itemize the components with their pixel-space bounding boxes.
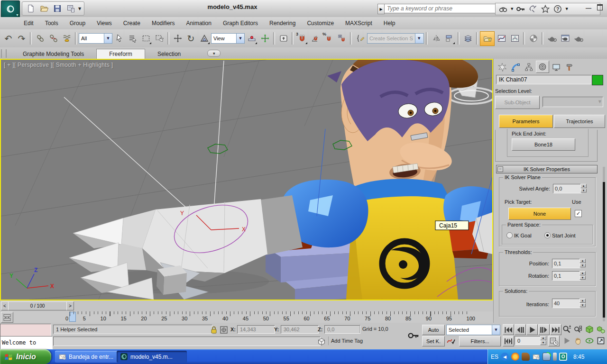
taskbar-clock[interactable]: 8:45 [573, 354, 584, 360]
rotation-spinner[interactable]: ▲▼ [579, 271, 586, 280]
time-configuration-button[interactable] [548, 336, 560, 346]
zoom-extents-icon[interactable] [584, 324, 595, 334]
go-to-end-button[interactable] [550, 324, 561, 335]
restore-button[interactable] [597, 4, 603, 12]
material-editor-button[interactable] [527, 32, 540, 45]
tray-mail-icon[interactable] [532, 353, 540, 361]
taskbar-task-outlook[interactable]: Bandeja de entr... [55, 351, 120, 363]
ik-goal-radio[interactable]: IK Goal [506, 232, 532, 238]
hierarchy-tab-icon[interactable] [523, 62, 535, 73]
zoom-all-icon[interactable] [573, 324, 583, 334]
taskbar-task-3dsmax[interactable]: modelo_v45.m... [117, 351, 187, 363]
selection-filter-dropdown[interactable]: All▼ [79, 33, 112, 44]
time-slider-handle[interactable]: 0 / 100 [8, 301, 67, 310]
motion-tab-icon[interactable] [536, 61, 549, 73]
select-and-link-button[interactable] [34, 32, 46, 45]
menu-item[interactable]: Rendering [269, 20, 295, 27]
undo-button[interactable]: ↶ [2, 32, 15, 45]
select-and-rotate-button[interactable]: ↻ [184, 32, 197, 45]
viewport-canvas[interactable]: X Y Caja15 Z Y X [1, 60, 492, 300]
mirror-button[interactable] [430, 32, 442, 45]
set-keys-key-icon[interactable] [407, 327, 420, 345]
sub-object-level-dropdown[interactable]: ▼ [543, 97, 603, 107]
selection-lock-icon[interactable] [209, 325, 219, 335]
go-to-start-button[interactable] [503, 324, 514, 335]
tray-network-icon[interactable] [543, 353, 551, 361]
rendered-frame-window-button[interactable] [559, 32, 571, 45]
bind-to-space-warp-button[interactable] [60, 32, 73, 45]
schematic-view-button[interactable] [508, 32, 521, 45]
keyboard-shortcut-override-toggle[interactable] [277, 32, 290, 45]
end-joint-button[interactable]: Bone18 [512, 138, 575, 151]
x-coord-field[interactable]: 14,343 [237, 325, 275, 334]
spinner-snap-toggle[interactable] [335, 32, 348, 45]
open-file-button[interactable] [38, 3, 50, 14]
project-folder-button[interactable] [65, 3, 76, 14]
zoom-viewport-icon[interactable] [561, 324, 572, 334]
window-crossing-toggle[interactable] [153, 32, 166, 45]
rollout-collapse-icon[interactable]: – [497, 166, 503, 172]
favorites-star-icon[interactable] [541, 4, 550, 14]
help-icon[interactable] [553, 4, 562, 14]
start-joint-radio[interactable]: Start Joint [544, 232, 576, 238]
open-mini-curve-editor-button[interactable] [1, 312, 13, 323]
application-menu-button[interactable]: ▼ [1, 0, 20, 18]
menu-item[interactable]: MAXScript [345, 20, 372, 27]
position-threshold-field[interactable]: 0,1 [552, 259, 580, 268]
ik-solver-properties-rollout[interactable]: – IK Solver Properties [496, 165, 598, 173]
perspective-viewport[interactable]: X Y Caja15 Z Y X [0, 59, 493, 300]
key-filters-curve-icon[interactable] [446, 336, 456, 346]
time-tag-page-icon[interactable] [317, 337, 326, 346]
previous-frame-button[interactable] [515, 324, 526, 335]
new-scene-button[interactable] [25, 3, 37, 14]
snap-toggle-3d[interactable]: 3 [295, 32, 308, 45]
ribbon-tab-graphite[interactable]: Graphite Modeling Tools [10, 49, 96, 59]
select-object-button[interactable] [113, 32, 126, 45]
pan-hand-icon[interactable] [573, 336, 583, 346]
maxscript-mini-listener-macro[interactable] [0, 324, 51, 337]
curve-editor-button[interactable] [495, 32, 508, 45]
zoom-extents-all-icon[interactable] [596, 324, 606, 334]
align-button[interactable] [443, 32, 456, 45]
layer-manager-button[interactable] [461, 32, 474, 45]
absolute-relative-coords-icon[interactable] [219, 325, 229, 335]
modify-tab-icon[interactable] [509, 62, 522, 73]
swivel-angle-field[interactable]: 0,0 [553, 184, 581, 193]
key-mode-toggle[interactable] [503, 336, 514, 346]
trajectories-tab-button[interactable]: Trajectories [554, 115, 605, 128]
panel-scrollbar-thumb[interactable] [603, 182, 605, 318]
object-color-swatch[interactable] [592, 75, 603, 85]
menu-item[interactable]: Modifiers [152, 20, 175, 27]
qat-dropdown-icon[interactable]: ▼ [78, 7, 81, 11]
render-setup-button[interactable] [545, 32, 558, 45]
fov-icon[interactable] [561, 336, 572, 346]
previous-frame-arrow[interactable]: < [1, 301, 9, 310]
use-target-checkbox[interactable]: ✓ [575, 210, 582, 217]
rectangular-selection-region-button[interactable] [139, 32, 152, 45]
swivel-angle-spinner[interactable]: ▲▼ [580, 184, 587, 192]
select-and-move-button[interactable] [171, 32, 184, 45]
menu-item[interactable]: Views [97, 20, 112, 27]
rotation-threshold-field[interactable]: 0,1 [552, 271, 580, 281]
unlink-selection-button[interactable] [47, 32, 60, 45]
reference-coordinate-system-dropdown[interactable]: View▼ [211, 33, 245, 44]
pick-target-none-button[interactable]: None [508, 208, 571, 220]
select-by-name-button[interactable] [126, 32, 139, 45]
object-name-field[interactable]: IK Chain07 [496, 75, 591, 84]
communication-center-icon[interactable] [528, 4, 538, 14]
menu-item[interactable]: Customize [307, 20, 334, 27]
z-coord-field[interactable]: 0,0 [324, 325, 360, 334]
menu-item[interactable]: Graph Editors [223, 20, 258, 27]
maxscript-mini-listener[interactable]: Welcome to [0, 336, 53, 349]
select-and-manipulate-button[interactable] [258, 32, 271, 45]
help-dropdown-icon[interactable]: ▼ [565, 7, 568, 11]
tray-device-icon[interactable] [553, 353, 557, 361]
menu-item[interactable]: Group [70, 20, 85, 27]
tray-app-icon[interactable]: O [559, 353, 567, 361]
create-tab-icon[interactable] [496, 62, 508, 73]
add-time-tag-field[interactable]: Add Time Tag [328, 337, 410, 345]
iterations-spinner[interactable]: ▲▼ [579, 299, 586, 307]
language-indicator[interactable]: ES [491, 354, 498, 360]
save-file-button[interactable] [52, 3, 63, 14]
viewport-label[interactable]: [ + ][ Perspective ][ Smooth + Highlight… [4, 62, 113, 68]
